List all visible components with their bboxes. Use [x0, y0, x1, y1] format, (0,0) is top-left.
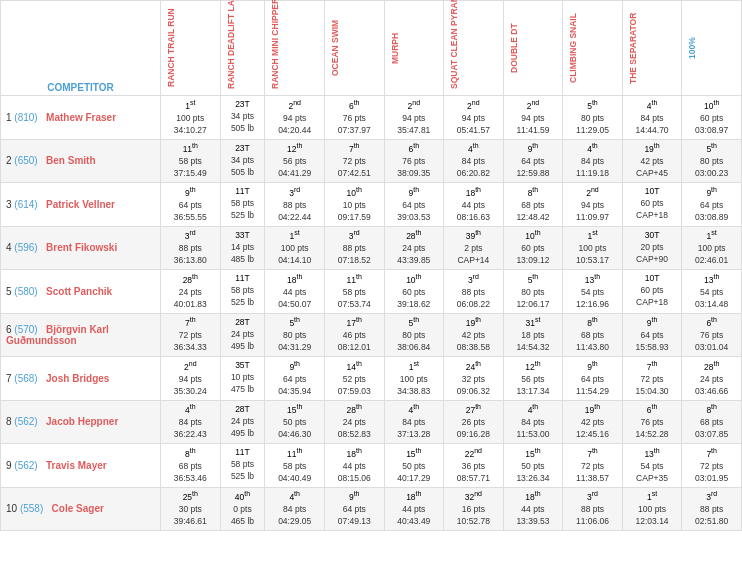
table-row: 10 (558) Cole Sager 25th 30 pts 39:46.61… — [1, 487, 742, 531]
event-cell-1: 28T 24 pts 495 lb — [220, 313, 265, 357]
event-time: 12:03.14 — [636, 516, 669, 526]
event-points: 88 pts — [581, 504, 604, 514]
event-time: 08:52.83 — [338, 429, 371, 439]
table-row: 9 (562) Travis Mayer 8th 68 pts 36:53.46… — [1, 444, 742, 488]
event-place: 10T — [645, 186, 660, 196]
event-place: 18th — [347, 449, 362, 459]
event-place: 7th — [587, 449, 598, 459]
event-time: 11:06.06 — [576, 516, 609, 526]
competitor-cell: 3 (614) Patrick Vellner — [1, 183, 161, 227]
event-time: 36:53.46 — [174, 473, 207, 483]
event-points: 80 pts — [581, 113, 604, 123]
event-label-ocean-swim: OCEAN SWIM — [328, 3, 342, 93]
event-cell-6: 18th 44 pts 13:39.53 — [503, 487, 563, 531]
event-time: 03:08.89 — [695, 212, 728, 222]
event-points: 100 pts — [400, 374, 428, 384]
event-place: 4th — [468, 144, 479, 154]
event-time: 07:37.97 — [338, 125, 371, 135]
event-place: 5th — [289, 318, 300, 328]
event-points: 24 pts — [343, 417, 366, 427]
event-cell-1: 11T 58 pts 525 lb — [220, 444, 265, 488]
event-time: 39:18.62 — [397, 299, 430, 309]
event-place: 1st — [707, 231, 717, 241]
event-time: 525 lb — [231, 210, 254, 220]
event-points: 64 pts — [283, 374, 306, 384]
event-cell-3: 18th 44 pts 08:15.06 — [324, 444, 384, 488]
event-cell-5: 4th 84 pts 06:20.82 — [444, 139, 504, 183]
event-place: 9th — [706, 188, 717, 198]
event-points: 76 pts — [640, 417, 663, 427]
event-cell-9: 28th 24 pts 03:46.66 — [682, 357, 742, 401]
event-label-double-dt: DOUBLE DT — [507, 3, 521, 93]
event-points: 68 pts — [179, 461, 202, 471]
event-points: 54 pts — [581, 287, 604, 297]
event-points: 84 pts — [402, 417, 425, 427]
event-header-ocean-swim: OCEAN SWIM — [324, 1, 384, 96]
event-place: 9th — [587, 362, 598, 372]
event-cell-8: 7th 72 pts 15:04.30 — [622, 357, 682, 401]
leaderboard-table: COMPETITOR RANCH TRAIL RUN RANCH DEADLIF… — [0, 0, 742, 531]
event-points: 34 pts — [231, 155, 254, 165]
table-row: 2 (650) Ben Smith 11th 58 pts 37:15.49 2… — [1, 139, 742, 183]
event-place: 9th — [349, 492, 360, 502]
event-points: 34 pts — [231, 111, 254, 121]
event-time: 38:06.84 — [397, 342, 430, 352]
event-cell-9: 1st 100 pts 02:46.01 — [682, 226, 742, 270]
event-cell-3: 9th 64 pts 07:49.13 — [324, 487, 384, 531]
rank-number: 6 — [6, 324, 12, 335]
event-cell-7: 7th 72 pts 11:38.57 — [563, 444, 623, 488]
event-place: 18th — [466, 188, 481, 198]
event-cell-3: 14th 52 pts 07:59.03 — [324, 357, 384, 401]
event-time: 07:18.52 — [338, 255, 371, 265]
event-points: 72 pts — [581, 461, 604, 471]
event-points: 84 pts — [581, 156, 604, 166]
event-place: 3rd — [468, 275, 479, 285]
event-place: 2nd — [467, 101, 480, 111]
event-points: 54 pts — [640, 461, 663, 471]
event-header-separator: THE SEPARATOR — [622, 1, 682, 96]
competitor-cell: 5 (580) Scott Panchik — [1, 270, 161, 314]
event-place: 28th — [704, 362, 719, 372]
event-points: 58 pts — [231, 459, 254, 469]
event-time: 485 lb — [231, 254, 254, 264]
event-time: 43:39.85 — [397, 255, 430, 265]
event-time: 39:46.61 — [174, 516, 207, 526]
rank-number: 2 — [6, 155, 12, 166]
event-place: 6th — [409, 144, 420, 154]
event-cell-7: 13th 54 pts 12:16.96 — [563, 270, 623, 314]
event-cell-7: 8th 68 pts 11:43.80 — [563, 313, 623, 357]
event-place: 27th — [466, 405, 481, 415]
event-cell-9: 10th 60 pts 03:08.97 — [682, 96, 742, 140]
event-time: 11:09.97 — [576, 212, 609, 222]
table-row: 1 (810) Mathew Fraser 1st 100 pts 34:10.… — [1, 96, 742, 140]
event-place: 15th — [287, 405, 302, 415]
event-place: 23T — [235, 143, 250, 153]
event-place: 25th — [183, 492, 198, 502]
event-time: 36:34.33 — [174, 342, 207, 352]
event-cell-6: 31st 18 pts 14:54.32 — [503, 313, 563, 357]
table-row: 5 (580) Scott Panchik 28th 24 pts 40:01.… — [1, 270, 742, 314]
event-place: 8th — [528, 188, 539, 198]
event-cell-0: 25th 30 pts 39:46.61 — [161, 487, 221, 531]
event-cell-9: 9th 64 pts 03:08.89 — [682, 183, 742, 227]
event-place: 4th — [587, 144, 598, 154]
event-place: 11T — [235, 186, 250, 196]
competitor-name: Ben Smith — [46, 155, 95, 166]
event-place: 28th — [347, 405, 362, 415]
points-total: (810) — [14, 112, 37, 123]
event-place: 5th — [587, 101, 598, 111]
event-cell-5: 19th 42 pts 08:38.58 — [444, 313, 504, 357]
event-place: 23T — [235, 99, 250, 109]
event-cell-4: 1st 100 pts 34:38.83 — [384, 357, 444, 401]
event-points: 58 pts — [283, 461, 306, 471]
event-cell-6: 5th 80 pts 12:06.17 — [503, 270, 563, 314]
event-place: 2nd — [184, 362, 197, 372]
event-points: 64 pts — [521, 156, 544, 166]
points-total: (596) — [14, 242, 37, 253]
event-points: 72 pts — [640, 374, 663, 384]
event-points: 58 pts — [343, 287, 366, 297]
event-time: 07:49.13 — [338, 516, 371, 526]
event-time: 15:04.30 — [636, 386, 669, 396]
event-time: 07:42.51 — [338, 168, 371, 178]
event-cell-2: 9th 64 pts 04:35.94 — [265, 357, 325, 401]
